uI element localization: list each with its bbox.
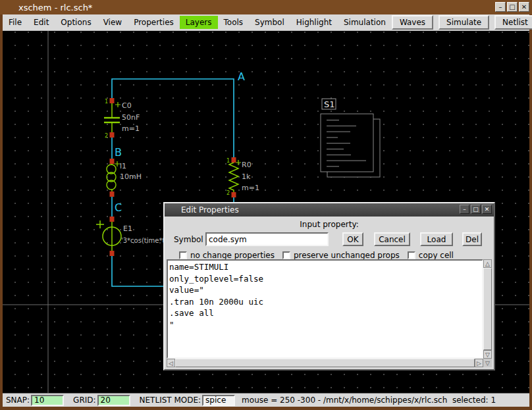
- dialog-maximize-icon[interactable]: □: [471, 205, 481, 214]
- menu-edit[interactable]: Edit: [28, 16, 55, 29]
- src-name: E1: [123, 224, 132, 233]
- scrollbar-corner: ▽: [483, 359, 492, 367]
- cap-name: C0: [122, 101, 132, 110]
- wire-bottom[interactable]: [112, 253, 166, 286]
- horizontal-scrollbar[interactable]: ◁ ▷: [167, 359, 483, 367]
- mouse-status-text: mouse = 250 -300 - /mnt/x/home/schippes/…: [242, 396, 496, 405]
- symbol-input[interactable]: [205, 232, 329, 246]
- code-block-label: S1: [324, 99, 335, 109]
- load-button[interactable]: Load: [420, 232, 453, 246]
- plus-icon: [96, 220, 104, 228]
- netlist-button[interactable]: Netlist: [494, 15, 532, 30]
- symbol-label: Symbol: [174, 235, 203, 244]
- plus-icon: [115, 102, 120, 107]
- cap-pin2-label: 2: [105, 133, 108, 139]
- grid-input[interactable]: [97, 395, 130, 406]
- scroll-up-icon[interactable]: △: [483, 259, 492, 268]
- menu-file[interactable]: File: [3, 16, 28, 29]
- minimize-icon[interactable]: –: [495, 2, 506, 12]
- preserve-unchanged-props-label: preserve unchanged props: [294, 251, 400, 260]
- source-symbol[interactable]: [96, 219, 121, 253]
- src-value: '3*cos(time*ti: [121, 237, 167, 244]
- property-textarea[interactable]: name=STIMULI only_toplevel=false value="…: [167, 259, 483, 359]
- maximize-icon[interactable]: □: [507, 2, 518, 12]
- capacitor-symbol[interactable]: [104, 101, 120, 135]
- netlist-mode-input[interactable]: [202, 395, 235, 406]
- edit-properties-dialog: Edit Properties – □ ✕ Input property: Sy…: [163, 202, 495, 371]
- cap-mult: m=1: [122, 124, 140, 133]
- preserve-unchanged-props-checkbox[interactable]: [282, 251, 290, 259]
- menu-layers[interactable]: Layers: [180, 16, 218, 29]
- ind-name: l1: [120, 162, 126, 170]
- ind-value: 10mH: [120, 172, 142, 181]
- netlist-mode-label: NETLIST MODE:: [140, 396, 201, 405]
- inductor-symbol[interactable]: [107, 161, 120, 195]
- snap-input[interactable]: [31, 395, 64, 406]
- dialog-titlebar[interactable]: Edit Properties – □ ✕: [165, 203, 494, 217]
- no-change-properties-label: no change properties: [190, 251, 275, 260]
- vertical-scroll-thumb[interactable]: [483, 268, 492, 350]
- grid-label: GRID:: [73, 396, 95, 405]
- close-icon[interactable]: ✕: [519, 2, 529, 12]
- resistor-symbol[interactable]: [229, 160, 241, 195]
- node-label-b[interactable]: B: [115, 146, 122, 159]
- dialog-title: Edit Properties: [181, 205, 239, 215]
- copy-cell-label: copy cell: [419, 251, 454, 260]
- cancel-button[interactable]: Cancel: [374, 232, 410, 246]
- menu-simulation[interactable]: Simulation: [338, 16, 392, 29]
- menu-view[interactable]: View: [97, 16, 128, 29]
- plus-icon: [115, 161, 120, 167]
- menu-properties[interactable]: Properties: [128, 16, 180, 29]
- simulate-button[interactable]: Simulate: [439, 15, 489, 30]
- plus-icon: [236, 160, 241, 165]
- menubar: File Edit Options View Properties Layers…: [3, 14, 529, 31]
- window-title: xschem - rlc.sch*: [18, 3, 92, 13]
- node-label-c[interactable]: C: [115, 201, 122, 214]
- ok-button[interactable]: OK: [342, 232, 363, 246]
- window-titlebar[interactable]: xschem - rlc.sch* – □ ✕: [0, 0, 532, 14]
- no-change-properties-checkbox[interactable]: [179, 251, 187, 259]
- copy-cell-checkbox[interactable]: [408, 251, 415, 259]
- statusbar: SNAP: GRID: NETLIST MODE: mouse = 250 -3…: [3, 393, 529, 407]
- snap-label: SNAP:: [6, 396, 30, 405]
- dialog-close-icon[interactable]: ✕: [482, 205, 492, 214]
- schematic-canvas[interactable]: 1 2 1 2 C0 50nF m=1 l1 10mH E1 '3*cos(ti…: [3, 31, 529, 393]
- node-labels[interactable]: A B C: [115, 70, 245, 214]
- menu-highlight[interactable]: Highlight: [290, 16, 338, 29]
- res-pin1-label: 1: [226, 158, 230, 164]
- horizontal-scroll-thumb[interactable]: [175, 359, 475, 367]
- waves-button[interactable]: Waves: [392, 15, 433, 30]
- res-mult: m=1: [242, 184, 259, 192]
- cap-value: 50nF: [122, 113, 140, 122]
- menu-symbol[interactable]: Symbol: [249, 16, 290, 29]
- del-button[interactable]: Del: [462, 232, 482, 246]
- vertical-scrollbar[interactable]: △ ▽: [483, 259, 492, 359]
- scroll-down-icon[interactable]: ▽: [483, 350, 492, 359]
- res-name: R0: [242, 161, 252, 169]
- cap-pin1-label: 1: [105, 99, 108, 105]
- scroll-right-icon[interactable]: ▷: [475, 359, 483, 367]
- menu-options[interactable]: Options: [55, 16, 97, 29]
- code-block-symbol[interactable]: S1: [321, 99, 380, 177]
- res-value: 1k: [242, 172, 251, 181]
- dialog-minimize-icon[interactable]: –: [460, 205, 469, 214]
- scroll-left-icon[interactable]: ◁: [167, 359, 175, 367]
- node-label-a[interactable]: A: [238, 70, 245, 83]
- menu-tools[interactable]: Tools: [218, 16, 250, 29]
- res-pin2-label: 2: [226, 190, 230, 196]
- xschem-window: xschem - rlc.sch* – □ ✕ File Edit Option…: [0, 0, 532, 410]
- input-property-label: Input property:: [165, 220, 494, 229]
